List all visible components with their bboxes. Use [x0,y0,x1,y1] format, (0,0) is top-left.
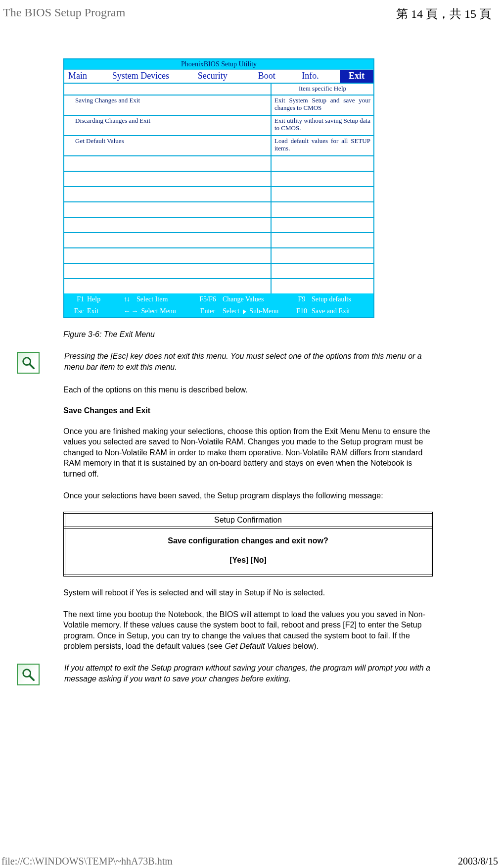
help-header: Item specific Help [272,84,373,96]
bios-utility-title: PhoenixBIOS Setup Utility [64,59,373,70]
key-label: Exit [87,307,98,315]
empty-row [64,279,271,293]
empty-row [64,187,271,202]
note-text: Pressing the [Esc] key does not exit thi… [64,351,433,372]
bios-left-header [64,84,271,96]
key-f9: F9 [292,295,312,303]
bios-screenshot: PhoenixBIOS Setup Utility Main System De… [63,58,374,318]
svg-line-1 [30,364,34,368]
empty-row [64,248,271,264]
tab-boot[interactable]: Boot [254,70,298,83]
note-icon [17,352,40,374]
empty-row [64,264,271,279]
empty-row [272,279,373,293]
note-icon [17,664,40,685]
empty-row [64,172,271,187]
body-text: Once your selections have been saved, th… [63,490,433,501]
body-text: Each of the options on this menu is desc… [63,385,433,395]
help-text: Load default values for all SETUP items. [272,136,373,156]
key-f5f6: F5/F6 [193,295,223,303]
empty-row [64,202,271,218]
figure-caption: Figure 3-6: The Exit Menu [63,330,433,339]
empty-row [272,233,373,248]
body-text: The next time you bootup the Notebook, t… [63,609,433,652]
empty-row [272,172,373,187]
key-label: Save and Exit [312,307,373,315]
key-f10: F10 [292,307,312,315]
empty-row [272,264,373,279]
tab-system-devices[interactable]: System Devices [108,70,194,83]
help-text: Exit utility without saving Setup data t… [272,116,373,136]
page-title: The BIOS Setup Program [3,6,125,22]
note-text: If you attempt to exit the Setup program… [64,663,433,684]
key-leftright: ← → [124,307,138,315]
key-label: Change Values [223,295,292,303]
empty-row [64,156,271,172]
footer-path: file://C:\WINDOWS\TEMP\~hhA73B.htm [1,856,173,867]
empty-row [272,187,373,202]
key-f1: F1 [64,295,87,303]
dialog-title: Setup Confirmation [64,513,432,528]
emphasis: Get Default Values [225,642,291,650]
footer-date: 2003/8/15 [458,856,498,867]
empty-row [64,233,271,248]
bios-footer: F1Help ↑↓ Select Item F5/F6 Change Value… [64,293,373,317]
key-label: Select Menu [141,307,176,315]
body-text: System will reboot if Yes is selected an… [63,587,433,598]
menu-item-discard-exit[interactable]: Discarding Changes and Exit [64,116,271,136]
dialog-message: Save configuration changes and exit now? [168,536,328,545]
setup-confirmation-dialog: Setup Confirmation Save configuration ch… [63,512,433,577]
empty-row [272,218,373,233]
body-text: Once you are finished making your select… [63,426,433,480]
key-label: Help [87,295,100,303]
tab-main[interactable]: Main [64,70,108,83]
tab-security[interactable]: Security [194,70,254,83]
key-esc: Esc [64,307,87,315]
page-indicator: 第 14 頁，共 15 頁 [396,6,491,22]
empty-row [272,156,373,172]
dialog-body: Save configuration changes and exit now?… [64,528,432,576]
empty-row [272,248,373,264]
key-updown: ↑↓ [124,295,130,303]
heading-save-changes: Save Changes and Exit [63,406,433,415]
svg-line-3 [30,676,34,680]
key-label: Select Item [137,295,168,303]
menu-item-save-exit[interactable]: Saving Changes and Exit [64,96,271,116]
tab-exit[interactable]: Exit [340,70,373,83]
dialog-options: [Yes] [No] [229,556,267,564]
tab-info[interactable]: Info. [298,70,340,83]
menu-item-get-defaults[interactable]: Get Default Values [64,136,271,156]
bios-menubar: Main System Devices Security Boot Info. … [64,70,373,84]
help-text: Exit System Setup and save your changes … [272,96,373,116]
empty-row [272,202,373,218]
key-label: Setup defaults [312,295,373,303]
empty-row [64,218,271,233]
key-label: Select Sub-Menu [223,307,292,315]
triangle-right-icon [243,309,246,314]
key-enter: Enter [193,307,223,315]
